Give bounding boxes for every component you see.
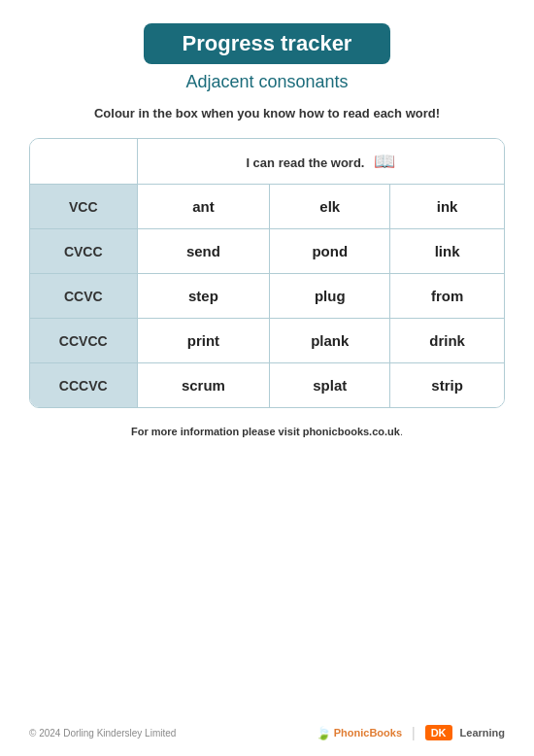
phonic-books-logo: 🍃 PhonicBooks <box>316 726 402 740</box>
word-cell-3: strip <box>390 363 504 408</box>
instruction-text: Colour in the box when you know how to r… <box>94 106 440 120</box>
word-cell-3: link <box>390 229 504 274</box>
category-cell: CCVC <box>30 274 137 319</box>
word-cell-2: elk <box>270 185 390 229</box>
main-title: Progress tracker <box>183 31 352 56</box>
word-header-cell: I can read the word. 📖 <box>137 139 504 185</box>
word-cell-1: print <box>137 319 270 363</box>
table-row: CCVCstepplugfrom <box>30 274 504 319</box>
logos-container: 🍃 PhonicBooks | DK Learning <box>316 725 505 740</box>
word-cell-1: scrum <box>137 363 270 408</box>
word-cell-3: drink <box>390 319 504 363</box>
footer-bar: © 2024 Dorling Kindersley Limited 🍃 Phon… <box>29 725 505 740</box>
word-cell-2: pond <box>270 229 390 274</box>
category-cell: CVCC <box>30 229 137 274</box>
category-cell: CCVCC <box>30 319 137 363</box>
table-header-row: I can read the word. 📖 <box>30 139 504 185</box>
table-row: CCVCCprintplankdrink <box>30 319 504 363</box>
dk-learning-text: Learning <box>460 727 505 739</box>
table-row: VCCantelkink <box>30 185 504 229</box>
word-cell-2: plank <box>270 319 390 363</box>
category-cell: VCC <box>30 185 137 229</box>
word-cell-2: plug <box>270 274 390 319</box>
table-row: CCCVCscrumsplatstrip <box>30 363 504 408</box>
word-cell-3: from <box>390 274 504 319</box>
page: Progress tracker Adjacent consonants Col… <box>0 0 534 756</box>
leaf-icon: 🍃 <box>316 726 331 740</box>
table-body: VCCantelkinkCVCCsendpondlinkCCVCstepplug… <box>30 185 504 408</box>
phonic-books-text: PhonicBooks <box>334 727 402 739</box>
word-cell-3: ink <box>390 185 504 229</box>
header-box: Progress tracker <box>144 23 391 64</box>
category-header-cell <box>30 139 137 185</box>
progress-table-wrapper: I can read the word. 📖 VCCantelkinkCVCCs… <box>29 138 505 408</box>
subtitle: Adjacent consonants <box>185 72 348 92</box>
progress-table: I can read the word. 📖 VCCantelkinkCVCCs… <box>30 139 504 407</box>
word-cell-1: send <box>137 229 270 274</box>
copyright-text: © 2024 Dorling Kindersley Limited <box>29 728 176 739</box>
dk-logo: DK <box>425 725 452 740</box>
footer-info: For more information please visit phonic… <box>131 426 403 437</box>
book-icon: 📖 <box>374 151 395 172</box>
word-cell-1: step <box>137 274 270 319</box>
word-cell-2: splat <box>270 363 390 408</box>
logo-divider: | <box>412 725 416 740</box>
word-cell-1: ant <box>137 185 270 229</box>
category-cell: CCCVC <box>30 363 137 408</box>
table-row: CVCCsendpondlink <box>30 229 504 274</box>
